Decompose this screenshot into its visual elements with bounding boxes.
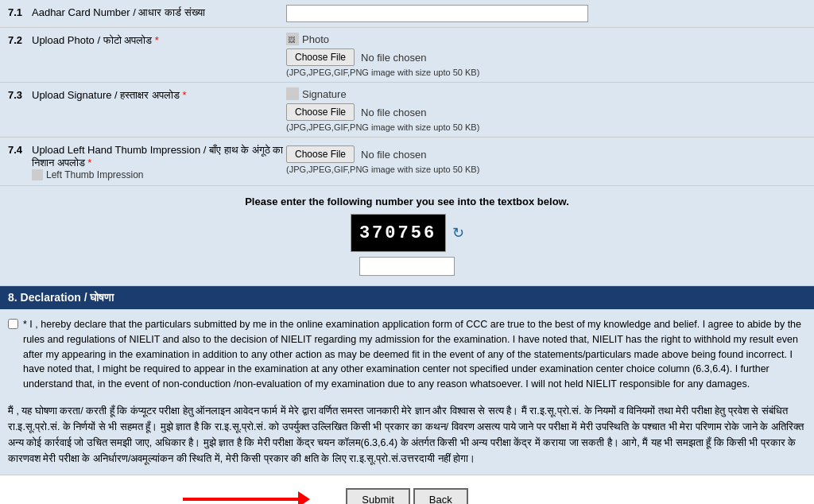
declaration-checkbox[interactable]	[8, 319, 18, 329]
red-arrow-icon	[183, 483, 310, 504]
thumb-icon	[32, 169, 43, 180]
aadhar-input[interactable]	[286, 5, 588, 22]
captcha-input[interactable]	[359, 257, 455, 276]
file-hint-73: (JPG,JPEG,GIF,PNG image with size upto 5…	[286, 122, 806, 132]
photo-icon: 🖼	[286, 33, 299, 45]
captcha-image: 370756	[351, 214, 446, 252]
btn-group: Submit Back	[346, 488, 467, 504]
submit-button[interactable]: Submit	[346, 488, 409, 504]
row-72-file-row: Choose File No file chosen	[286, 48, 806, 66]
row-74-content: Choose File No file chosen (JPG,JPEG,GIF…	[286, 142, 806, 174]
row-71-label: Aadhar Card Number / आधार कार्ड संख्या	[32, 5, 286, 19]
row-71-number: 7.1	[8, 5, 32, 18]
required-star-72: *	[152, 34, 159, 46]
row-72: 7.2 Upload Photo / फोटो अपलोड * 🖼 Photo …	[0, 28, 814, 83]
row-71: 7.1 Aadhar Card Number / आधार कार्ड संख्…	[0, 0, 814, 28]
captcha-number: 370756	[359, 223, 436, 243]
row-73-top: Signature	[286, 87, 806, 100]
row-73-label: Upload Signature / हस्ताक्षर अपलोड *	[32, 87, 286, 102]
row-73-number: 7.3	[8, 87, 32, 101]
row-72-number: 7.2	[8, 33, 32, 46]
svg-text:🖼: 🖼	[288, 36, 295, 44]
declaration-hindi-text: मैं , यह घोषणा करता/ करती हूँ कि कंप्यूट…	[8, 403, 806, 467]
row-74: 7.4 Upload Left Hand Thumb Impression / …	[0, 138, 814, 186]
signature-preview-label: Signature	[286, 87, 347, 100]
choose-file-btn-73[interactable]: Choose File	[286, 103, 355, 121]
row-73-file-row: Choose File No file chosen	[286, 103, 806, 121]
svg-rect-3	[32, 169, 43, 180]
row-71-content	[286, 5, 806, 22]
svg-marker-5	[298, 491, 310, 504]
declaration-body: * I , hereby declare that the particular…	[0, 309, 814, 475]
row-73: 7.3 Upload Signature / हस्ताक्षर अपलोड *…	[0, 83, 814, 138]
submit-section: Submit Back	[0, 475, 814, 504]
file-hint-74: (JPG,JPEG,GIF,PNG image with size upto 5…	[286, 165, 806, 174]
choose-file-btn-74[interactable]: Choose File	[286, 145, 355, 163]
required-star-74: *	[85, 157, 92, 169]
declaration-english-text: * I , hereby declare that the particular…	[23, 317, 806, 392]
captcha-section: Please enter the following number you se…	[0, 186, 814, 286]
declaration-check: * I , hereby declare that the particular…	[8, 317, 806, 398]
row-74-file-row: Choose File No file chosen	[286, 145, 806, 163]
row-73-content: Signature Choose File No file chosen (JP…	[286, 87, 806, 132]
thumb-preview-label: Left Thumb Impression	[32, 169, 286, 180]
row-74-label: Upload Left Hand Thumb Impression / बाँए…	[32, 142, 286, 180]
declaration-header: 8. Declaration / घोषणा	[0, 286, 814, 309]
form-container: 7.1 Aadhar Card Number / आधार कार्ड संख्…	[0, 0, 814, 504]
choose-file-btn-72[interactable]: Choose File	[286, 48, 355, 66]
signature-icon	[286, 87, 299, 100]
row-72-top: 🖼 Photo	[286, 33, 806, 45]
file-hint-72: (JPG,JPEG,GIF,PNG image with size upto 5…	[286, 68, 806, 77]
row-72-content: 🖼 Photo Choose File No file chosen (JPG,…	[286, 33, 806, 77]
svg-rect-2	[286, 87, 299, 100]
required-star-73: *	[180, 89, 187, 101]
row-72-label: Upload Photo / फोटो अपलोड *	[32, 33, 286, 47]
row-74-number: 7.4	[8, 142, 32, 156]
back-button[interactable]: Back	[413, 488, 468, 504]
no-file-72: No file chosen	[361, 52, 426, 64]
no-file-73: No file chosen	[361, 107, 426, 118]
photo-preview-label: 🖼 Photo	[286, 33, 329, 45]
captcha-box: 370756 ↻	[351, 214, 464, 252]
captcha-instruction: Please enter the following number you se…	[8, 196, 806, 207]
captcha-refresh-btn[interactable]: ↻	[452, 224, 464, 242]
no-file-74: No file chosen	[361, 149, 426, 161]
